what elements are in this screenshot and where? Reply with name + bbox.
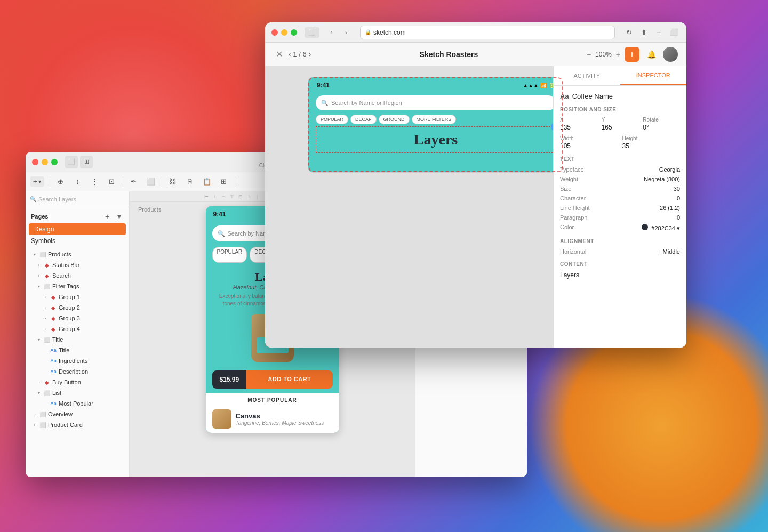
align-top-icon[interactable]: ⊤	[229, 194, 235, 199]
size-label: Size	[560, 186, 571, 192]
symbol-icon-search: ◆	[43, 272, 51, 279]
align-center-h-icon[interactable]: ⊥	[212, 194, 218, 199]
expand-title-text	[43, 348, 48, 353]
zoom-minus-icon[interactable]: −	[587, 50, 591, 59]
browser-canvas-area: ACTIVITY INSPECTOR Aa Coffee Name POSITI…	[265, 66, 686, 348]
layer-description[interactable]: Aa Description	[26, 366, 129, 377]
prev-page-icon[interactable]: ‹	[289, 50, 291, 58]
app-add-to-cart-button[interactable]: ADD TO CART	[246, 370, 332, 389]
layer-status-bar[interactable]: › ◆ Status Bar	[26, 260, 129, 270]
sketch-grid-tool[interactable]: ⋮	[87, 175, 102, 189]
layer-most-popular[interactable]: Aa Most Popular	[26, 398, 129, 409]
width-value[interactable]: 105	[560, 142, 618, 150]
sketch-close-button[interactable]: ✕	[274, 49, 284, 60]
sketch-pen-tool[interactable]: ✒	[126, 175, 141, 189]
layer-group4[interactable]: › ◆ Group 4	[26, 324, 129, 334]
layer-name-list: List	[52, 390, 125, 396]
expand-product-card: ›	[32, 422, 37, 428]
add-page-button[interactable]: +	[102, 212, 112, 221]
height-value[interactable]: 35	[622, 142, 681, 150]
layer-group1[interactable]: › ◆ Group 1	[26, 292, 129, 302]
sketch-grid-icon[interactable]: ⊞	[80, 156, 93, 168]
layer-buy-button[interactable]: › ◆ Buy Button	[26, 377, 129, 388]
filter-more: MORE FILTERS	[412, 115, 457, 124]
sketch-copy-tool[interactable]: ⎘	[182, 175, 197, 189]
app-price[interactable]: $15.99	[212, 370, 247, 389]
sketch-add-button[interactable]: + ▾	[30, 176, 44, 187]
sketch-browser-content: ✕ ‹ 1 / 6 › Sketch Roasters − 100% + I 🔔	[265, 43, 686, 348]
align-bottom-icon[interactable]: ⊥	[246, 194, 252, 199]
expand-description	[43, 369, 48, 374]
activity-tab[interactable]: ACTIVITY	[554, 66, 620, 85]
layer-products[interactable]: ▾ ⬜ Products	[26, 249, 129, 260]
browser-forward-button[interactable]: ›	[340, 27, 353, 38]
layer-title-group[interactable]: ▾ ⬜ Title	[26, 334, 129, 345]
layer-list-group[interactable]: ▾ ⬜ List	[26, 388, 129, 398]
browser-url-bar[interactable]: 🔒 sketch.com	[360, 26, 615, 39]
layer-title-text[interactable]: Aa Title	[26, 345, 129, 356]
app-canvas-product-info: Canvas Tangerine, Berries, Maple Sweetne…	[236, 412, 333, 426]
sketch-close-dot[interactable]	[32, 159, 38, 165]
sketch-link-tool[interactable]: ⛓	[165, 175, 180, 189]
inspector-tab[interactable]: INSPECTOR	[620, 66, 687, 85]
color-hex-value: #282C34	[651, 225, 675, 231]
align-right-icon[interactable]: ⊣	[220, 194, 227, 199]
sketch-arrange-tool[interactable]: ⊞	[217, 175, 231, 189]
sketch-fullscreen-dot[interactable]	[51, 159, 58, 165]
alignment-title: Alignment	[560, 238, 680, 244]
app-search-icon: 🔍	[218, 230, 225, 237]
sketch-crop-tool[interactable]: ⊡	[105, 175, 119, 189]
layers-search[interactable]: 🔍 Search Layers	[26, 191, 129, 207]
browser-close-dot[interactable]	[271, 29, 278, 36]
sketch-notification-icon[interactable]: 🔔	[644, 47, 659, 62]
browser-reload-icon[interactable]: ↻	[622, 27, 635, 38]
browser-minimize-dot[interactable]	[281, 29, 287, 36]
layer-name-title: Title	[59, 347, 125, 353]
symbols-page-item[interactable]: Symbols	[26, 235, 129, 247]
align-left-icon[interactable]: ⊢	[203, 194, 210, 199]
x-value[interactable]: 135	[560, 124, 597, 131]
browser-back-button[interactable]: ‹	[325, 27, 338, 38]
layer-filter-tags[interactable]: ▾ ⬜ Filter Tags	[26, 281, 129, 292]
layer-search[interactable]: › ◆ Search	[26, 270, 129, 281]
filter-ground: GROUND	[379, 115, 410, 124]
sketch-user-avatar[interactable]	[663, 47, 678, 62]
canvas-label: Products	[138, 206, 161, 213]
browser-maximize-dot[interactable]	[291, 29, 297, 36]
layer-group2[interactable]: › ◆ Group 2	[26, 302, 129, 313]
sketch-scale-tool[interactable]: ↕	[70, 175, 85, 189]
browser-mobile-search: 🔍 Search by Name or Region	[316, 95, 556, 110]
expand-most-popular	[43, 401, 48, 406]
sketch-inspector-toggle[interactable]: I	[625, 47, 639, 62]
layer-name-title-group: Title	[52, 336, 125, 343]
align-middle-v-icon[interactable]: ⊟	[237, 194, 244, 199]
design-page-item[interactable]: Design	[29, 223, 126, 235]
sketch-shape-tool[interactable]: ⬜	[143, 175, 158, 189]
rotate-value[interactable]: 0°	[643, 124, 680, 131]
y-value[interactable]: 165	[602, 124, 639, 131]
sketch-sidebar-icon[interactable]: ⬜	[65, 156, 78, 168]
zoom-plus-icon[interactable]: +	[616, 50, 620, 59]
next-page-icon[interactable]: ›	[309, 50, 311, 58]
sketch-paste-tool[interactable]: 📋	[199, 175, 214, 189]
browser-tabs-icon[interactable]: ⬜	[667, 27, 680, 38]
layer-overview[interactable]: › ⬜ Overview	[26, 409, 129, 420]
sketch-minimize-dot[interactable]	[42, 159, 48, 165]
browser-share-icon[interactable]: ⬆	[637, 27, 650, 38]
layer-ingredients[interactable]: Aa Ingredients	[26, 356, 129, 366]
browser-sidebar-toggle[interactable]: ⬜	[305, 27, 319, 38]
browser-titlebar: ⬜ ‹ › 🔒 sketch.com ↻ ⬆ ＋ ⬜	[265, 22, 686, 43]
layer-name-status-bar: Status Bar	[52, 262, 125, 268]
ruler-separator: |	[257, 194, 258, 199]
layer-name-search: Search	[52, 272, 125, 279]
app-canvas-thumbnail	[212, 409, 231, 429]
pages-menu-button[interactable]: ▾	[114, 212, 124, 221]
folder-icon-overview: ⬜	[39, 410, 46, 418]
expand-overview: ›	[32, 412, 37, 417]
x-label: X	[560, 117, 597, 123]
layer-product-card[interactable]: › ⬜ Product Card	[26, 420, 129, 430]
layer-group3[interactable]: › ◆ Group 3	[26, 313, 129, 324]
sketch-target-tool[interactable]: ⊕	[53, 175, 68, 189]
browser-new-tab-icon[interactable]: ＋	[652, 27, 665, 38]
app-filter-popular[interactable]: POPULAR	[212, 247, 247, 263]
